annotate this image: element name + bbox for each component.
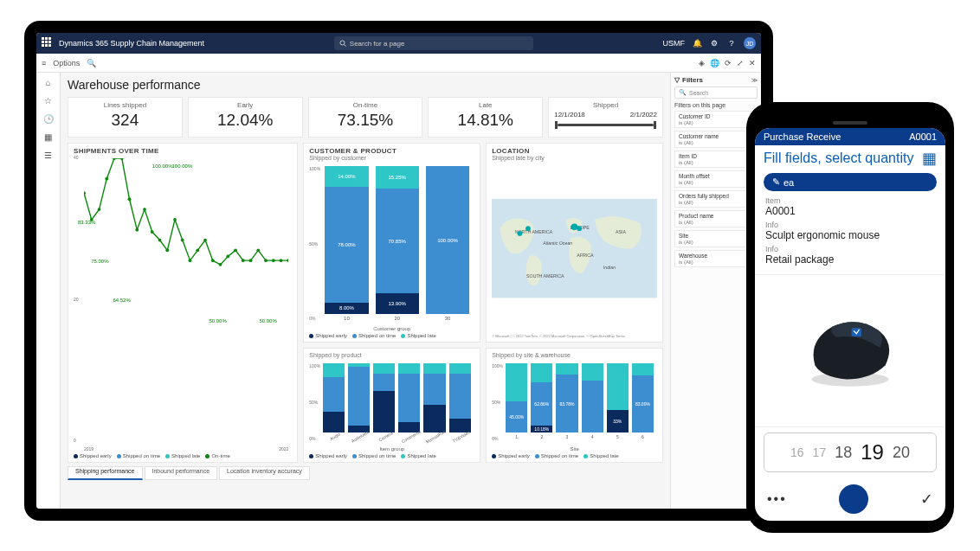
filter-item[interactable]: Site⌄is (All) [674, 230, 758, 247]
collapse-filters-icon[interactable]: ≫ [751, 77, 758, 84]
search-icon[interactable]: 🔍 [87, 59, 96, 67]
svg-point-9 [135, 228, 139, 232]
gear-icon[interactable]: ⚙ [709, 38, 719, 48]
kpi-row: Lines shipped 324 Early 12.04% On-time 7… [68, 97, 663, 138]
filters-subheading: Filters on this page [674, 102, 758, 108]
phone-header: Purchase Receive A0001 [755, 128, 945, 145]
svg-point-25 [256, 248, 260, 252]
phone-info: Item A0001 Info Sculpt ergonomic mouse I… [755, 191, 945, 274]
company-label[interactable]: USMF [663, 39, 686, 48]
subheader-toolbar: ≡ Options 🔍 ◈ 🌐 ⟳ ⤢ ✕ [36, 54, 761, 73]
main-content: Warehouse performance Lines shipped 324 … [61, 73, 670, 509]
svg-point-12 [158, 239, 162, 242]
globe-icon[interactable]: 🌐 [710, 59, 719, 67]
filter-item[interactable]: Customer ID⌄is (All) [674, 111, 758, 128]
chart-shipments-over-time[interactable]: SHIPMENTS OVER TIME 40200100.00%100.00%8… [68, 143, 298, 463]
quantity-unit-chip[interactable]: ✎ ea [764, 173, 937, 191]
svg-point-27 [272, 259, 275, 262]
kpi-on-time[interactable]: On-time 73.15% [308, 97, 423, 138]
nav-clock-icon[interactable]: 🕒 [43, 114, 54, 124]
svg-point-28 [280, 259, 283, 262]
nav-home-icon[interactable]: ⌂ [45, 78, 50, 87]
svg-point-19 [211, 259, 215, 262]
svg-point-20 [219, 263, 222, 266]
svg-point-24 [249, 259, 253, 262]
menu-icon[interactable]: ≡ [42, 59, 46, 67]
svg-point-40 [571, 223, 578, 230]
app-title: Dynamics 365 Supply Chain Management [59, 39, 204, 48]
filter-item[interactable]: Month offset⌄is (All) [674, 170, 758, 188]
vertical-nav: ⌂ ☆ 🕒 ▦ ☰ [36, 73, 61, 509]
phone-subtitle: Fill fields, select quantity [764, 151, 913, 166]
chart-customer[interactable]: CUSTOMER & PRODUCT Shipped by customer 1… [303, 143, 480, 343]
chart-grid: SHIPMENTS OVER TIME 40200100.00%100.00%8… [68, 143, 663, 463]
search-icon [339, 40, 346, 47]
nav-list-icon[interactable]: ☰ [44, 151, 52, 160]
tablet-frame: Dynamics 365 Supply Chain Management Sea… [24, 21, 773, 521]
global-search[interactable]: Search for a page [334, 36, 533, 50]
filter-item[interactable]: Item ID⌄is (All) [674, 151, 758, 168]
tab-inbound-performance[interactable]: Inbound performance [145, 466, 218, 480]
phone-header-title: Purchase Receive [764, 131, 841, 142]
kpi-lines-shipped[interactable]: Lines shipped 324 [68, 97, 183, 138]
chart-location[interactable]: LOCATION Shipped late by city NORTH AMER… [486, 143, 663, 343]
nav-star-icon[interactable]: ☆ [44, 96, 52, 106]
kpi-early[interactable]: Early 12.04% [188, 97, 303, 138]
scan-icon[interactable]: ▦ [922, 149, 937, 168]
product-image [755, 274, 945, 427]
svg-point-10 [143, 208, 146, 211]
chart-product[interactable]: Shipped by product 100%50%0%AudioAudioVe… [303, 348, 480, 463]
svg-point-11 [151, 230, 154, 234]
filter-icon[interactable]: ◈ [699, 59, 705, 67]
svg-point-41 [577, 226, 582, 231]
date-slider[interactable] [558, 124, 654, 126]
current-quantity: 19 [861, 440, 884, 465]
svg-point-4 [98, 208, 101, 211]
avatar[interactable]: JD [744, 37, 756, 49]
filter-item[interactable]: Customer name⌄is (All) [674, 131, 758, 148]
refresh-icon[interactable]: ⟳ [725, 59, 732, 67]
svg-point-17 [196, 248, 199, 252]
svg-point-29 [287, 259, 288, 262]
search-placeholder: Search for a page [350, 40, 405, 48]
date-from: 12/1/2018 [554, 111, 585, 119]
filter-item[interactable]: Product name⌄is (All) [674, 210, 758, 227]
kpi-late[interactable]: Late 14.81% [428, 97, 543, 138]
nav-module-icon[interactable]: ▦ [44, 132, 52, 142]
svg-point-14 [173, 218, 177, 221]
waffle-icon[interactable] [42, 37, 54, 49]
map-attribution: © Microsoft | © 2022 TomTom, © 2022 Micr… [492, 334, 657, 338]
bell-icon[interactable]: 🔔 [692, 38, 702, 48]
tab-shipping-performance[interactable]: Shipping performance [68, 466, 143, 480]
chart-site[interactable]: Shipped by site & warehouse 100%50%0%45.… [486, 348, 663, 463]
close-icon[interactable]: ✕ [749, 59, 756, 67]
app-header: Dynamics 365 Supply Chain Management Sea… [36, 33, 761, 54]
svg-text:Indian: Indian [603, 265, 616, 270]
svg-point-26 [264, 259, 268, 262]
svg-point-22 [234, 248, 237, 252]
kpi-date-range[interactable]: Shipped 12/1/2018 2/1/2022 [548, 97, 663, 138]
quantity-stepper[interactable]: 16 17 18 19 20 [764, 432, 937, 472]
more-icon[interactable]: ••• [767, 491, 787, 507]
svg-point-0 [340, 41, 345, 45]
help-icon[interactable]: ? [726, 38, 737, 48]
svg-text:Atlantic Ocean: Atlantic Ocean [542, 240, 572, 246]
svg-text:AFRICA: AFRICA [577, 253, 594, 258]
svg-point-13 [165, 248, 169, 252]
confirm-icon[interactable]: ✓ [920, 490, 933, 509]
search-icon: 🔍 [679, 89, 687, 96]
filter-item[interactable]: Orders fully shipped⌄is (All) [674, 190, 758, 208]
filters-heading: Filters [682, 76, 703, 84]
filter-search[interactable]: 🔍 Search [674, 86, 758, 99]
world-map[interactable]: NORTH AMERICA EUROPE ASIA AFRICA SOUTH A… [492, 163, 657, 334]
tablet-screen: Dynamics 365 Supply Chain Management Sea… [36, 33, 761, 509]
svg-point-18 [203, 239, 207, 242]
expand-icon[interactable]: ⤢ [737, 59, 744, 67]
tab-location-inventory[interactable]: Location inventory accuracy [219, 466, 310, 480]
svg-point-38 [518, 231, 523, 236]
primary-action-button[interactable] [839, 484, 868, 514]
svg-point-2 [84, 191, 86, 195]
options-button[interactable]: Options [53, 59, 80, 67]
filter-item[interactable]: Warehouse⌄is (All) [674, 250, 758, 267]
item-package: Retail package [765, 253, 935, 266]
